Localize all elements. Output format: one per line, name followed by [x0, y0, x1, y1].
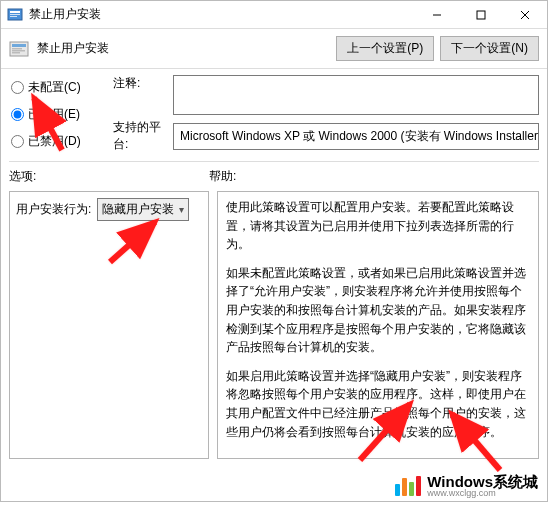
watermark-url: www.wxclgg.com	[427, 489, 538, 498]
config-area: 未配置(C) 已启用(E) 已禁用(D) 注释: 支持的平台: Microsof…	[1, 69, 547, 157]
svg-rect-3	[10, 16, 17, 17]
supported-platform-box: Microsoft Windows XP 或 Windows 2000 (安装有…	[173, 123, 539, 150]
policy-header: 禁止用户安装 上一个设置(P) 下一个设置(N)	[1, 29, 547, 69]
note-textbox[interactable]	[173, 75, 539, 115]
note-label: 注释:	[113, 75, 173, 92]
help-label: 帮助:	[209, 168, 539, 185]
radio-disabled-label: 已禁用(D)	[28, 133, 81, 150]
minimize-button[interactable]	[415, 1, 459, 29]
platform-label: 支持的平台:	[113, 119, 173, 153]
radio-disabled[interactable]: 已禁用(D)	[11, 133, 109, 150]
state-radio-group: 未配置(C) 已启用(E) 已禁用(D)	[9, 75, 109, 153]
lower-panels: 用户安装行为: 隐藏用户安装 ▾ 使用此策略设置可以配置用户安装。若要配置此策略…	[1, 187, 547, 467]
maximize-button[interactable]	[459, 1, 503, 29]
help-panel[interactable]: 使用此策略设置可以配置用户安装。若要配置此策略设置，请将其设置为已启用并使用下拉…	[217, 191, 539, 459]
behavior-label: 用户安装行为:	[16, 201, 91, 218]
options-panel: 用户安装行为: 隐藏用户安装 ▾	[9, 191, 209, 459]
policy-name: 禁止用户安装	[37, 40, 109, 57]
radio-not-configured[interactable]: 未配置(C)	[11, 79, 109, 96]
right-column: 注释: 支持的平台: Microsoft Windows XP 或 Window…	[113, 75, 539, 153]
watermark-logo-icon	[395, 476, 421, 496]
next-setting-button[interactable]: 下一个设置(N)	[440, 36, 539, 61]
radio-disabled-input[interactable]	[11, 135, 24, 148]
svg-rect-2	[10, 14, 20, 15]
chevron-down-icon: ▾	[179, 204, 184, 215]
previous-setting-button[interactable]: 上一个设置(P)	[336, 36, 434, 61]
radio-enabled-label: 已启用(E)	[28, 106, 80, 123]
help-paragraph-1: 使用此策略设置可以配置用户安装。若要配置此策略设置，请将其设置为已启用并使用下拉…	[226, 198, 530, 254]
radio-not-configured-input[interactable]	[11, 81, 24, 94]
window-title: 禁止用户安装	[29, 6, 101, 23]
close-button[interactable]	[503, 1, 547, 29]
svg-rect-11	[12, 50, 25, 52]
watermark: Windows系统城 www.wxclgg.com	[391, 472, 542, 500]
watermark-title: Windows系统城	[427, 474, 538, 489]
behavior-combobox[interactable]: 隐藏用户安装 ▾	[97, 198, 189, 221]
gpedit-dialog-window: 禁止用户安装 禁止用户安装 上一个设置(P) 下一个设置(N) 未配置(C) 已…	[0, 0, 548, 502]
radio-enabled-input[interactable]	[11, 108, 24, 121]
supported-platform-text: Microsoft Windows XP 或 Windows 2000 (安装有…	[180, 129, 539, 143]
titlebar: 禁止用户安装	[1, 1, 547, 29]
svg-rect-5	[477, 11, 485, 19]
svg-rect-12	[12, 52, 20, 54]
divider	[9, 161, 539, 162]
help-paragraph-2: 如果未配置此策略设置，或者如果已启用此策略设置并选择了“允许用户安装”，则安装程…	[226, 264, 530, 357]
radio-enabled[interactable]: 已启用(E)	[11, 106, 109, 123]
behavior-combobox-value: 隐藏用户安装	[102, 201, 174, 218]
radio-not-configured-label: 未配置(C)	[28, 79, 81, 96]
svg-rect-1	[10, 11, 20, 13]
section-labels: 选项: 帮助:	[1, 166, 547, 187]
options-label: 选项:	[9, 168, 209, 185]
app-icon	[7, 7, 23, 23]
policy-icon	[9, 39, 31, 59]
help-paragraph-3: 如果启用此策略设置并选择“隐藏用户安装”，则安装程序将忽略按照每个用户安装的应用…	[226, 367, 530, 441]
svg-rect-9	[12, 44, 26, 47]
svg-rect-10	[12, 48, 22, 50]
